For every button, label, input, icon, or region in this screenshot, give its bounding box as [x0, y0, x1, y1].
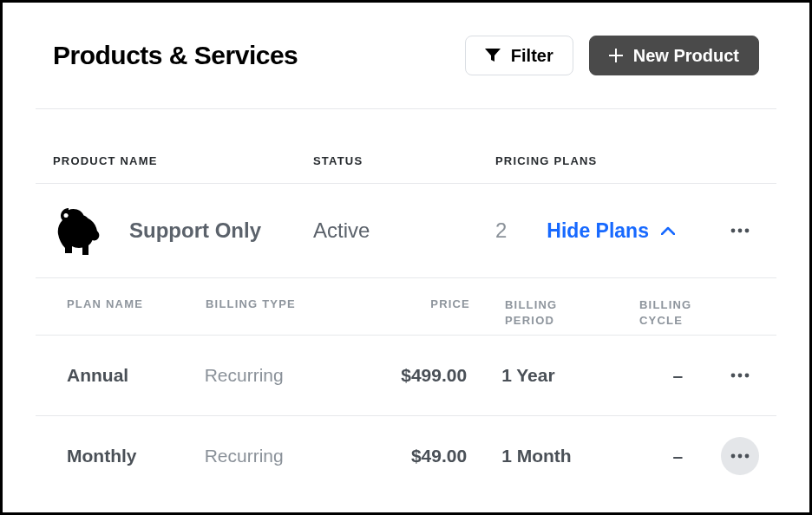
- product-status: Active: [313, 218, 495, 243]
- svg-point-0: [66, 214, 69, 217]
- product-name: Support Only: [129, 218, 261, 243]
- product-row-actions[interactable]: [721, 212, 759, 250]
- svg-point-2: [738, 229, 743, 233]
- svg-point-7: [731, 454, 736, 459]
- plus-icon: [609, 49, 623, 62]
- svg-point-8: [738, 454, 743, 459]
- toggle-plans-button[interactable]: Hide Plans: [547, 219, 675, 243]
- plans-count: 2: [495, 218, 507, 243]
- page-header: Products & Services Filter New Product: [36, 36, 776, 75]
- plan-cycle: –: [635, 446, 721, 466]
- plan-row-actions[interactable]: [721, 437, 759, 475]
- col-header-billing-cycle: BILLINGCYCLE: [639, 297, 726, 328]
- plans-table-header: PLAN NAME BILLING TYPE PRICE BILLINGPERI…: [36, 278, 776, 335]
- col-header-plan-name: PLAN NAME: [67, 297, 206, 328]
- col-header-price: PRICE: [353, 297, 505, 328]
- svg-point-6: [745, 374, 750, 378]
- plan-name: Monthly: [67, 446, 205, 466]
- svg-point-1: [731, 229, 736, 233]
- col-header-billing-period: BILLINGPERIOD: [505, 297, 639, 328]
- more-icon: [730, 453, 750, 459]
- plan-row-actions[interactable]: [721, 356, 759, 394]
- plan-period: 1 Year: [501, 365, 635, 386]
- gorilla-icon: [53, 206, 105, 255]
- col-header-billing-type: BILLING TYPE: [206, 297, 353, 328]
- plan-type: Recurring: [205, 365, 351, 386]
- filter-button[interactable]: Filter: [465, 36, 573, 75]
- plan-actions-cell: [721, 356, 759, 394]
- more-icon: [730, 228, 750, 233]
- filter-icon: [485, 49, 501, 62]
- col-header-status: STATUS: [313, 154, 495, 167]
- toggle-plans-label: Hide Plans: [547, 219, 649, 243]
- plan-price: $49.00: [350, 446, 501, 466]
- pricing-plans-cell: 2 Hide Plans: [495, 212, 759, 250]
- svg-point-9: [745, 454, 750, 459]
- plan-period: 1 Month: [501, 446, 635, 466]
- new-product-button-label: New Product: [633, 46, 739, 66]
- chevron-up-icon: [661, 226, 675, 235]
- page-title: Products & Services: [53, 41, 298, 70]
- plan-price: $499.00: [350, 365, 501, 386]
- product-name-cell: Support Only: [53, 206, 313, 255]
- plan-actions-cell: [721, 437, 759, 475]
- plan-row: Annual Recurring $499.00 1 Year –: [36, 335, 776, 415]
- more-icon: [730, 373, 750, 378]
- col-header-actions: [726, 297, 759, 328]
- svg-point-4: [731, 374, 736, 378]
- col-header-product-name: PRODUCT NAME: [53, 154, 313, 167]
- product-row: Support Only Active 2 Hide Plans: [36, 183, 776, 278]
- plan-row: Monthly Recurring $49.00 1 Month –: [36, 415, 776, 496]
- plan-cycle: –: [635, 365, 721, 386]
- svg-point-3: [745, 229, 750, 233]
- col-header-pricing-plans: PRICING PLANS: [495, 154, 759, 167]
- svg-point-5: [738, 374, 743, 378]
- plan-type: Recurring: [205, 446, 351, 466]
- filter-button-label: Filter: [511, 46, 553, 66]
- header-actions: Filter New Product: [465, 36, 759, 75]
- products-table-header: PRODUCT NAME STATUS PRICING PLANS: [36, 109, 776, 183]
- plan-name: Annual: [67, 365, 205, 386]
- new-product-button[interactable]: New Product: [589, 36, 759, 75]
